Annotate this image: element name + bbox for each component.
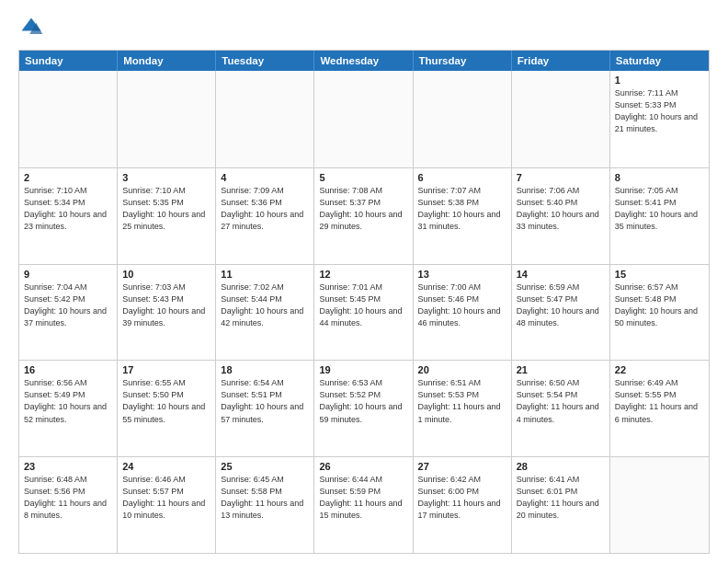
cell-date-number: 10 [122, 269, 210, 280]
cell-info-text: Sunrise: 6:41 AM Sunset: 6:01 PM Dayligh… [517, 474, 605, 522]
logo-icon [18, 15, 44, 40]
cell-date-number: 3 [122, 172, 210, 183]
calendar-cell: 28Sunrise: 6:41 AM Sunset: 6:01 PM Dayli… [512, 457, 610, 553]
weekday-header-saturday: Saturday [610, 51, 709, 71]
cell-date-number: 8 [615, 172, 704, 183]
calendar-cell [216, 71, 314, 167]
cell-date-number: 23 [24, 461, 112, 472]
cell-date-number: 1 [615, 75, 704, 86]
header [18, 15, 710, 40]
cell-date-number: 26 [319, 461, 407, 472]
cell-info-text: Sunrise: 7:00 AM Sunset: 5:46 PM Dayligh… [418, 282, 506, 329]
calendar-cell [314, 71, 413, 167]
cell-info-text: Sunrise: 6:44 AM Sunset: 5:59 PM Dayligh… [319, 474, 407, 522]
calendar-cell: 4Sunrise: 7:09 AM Sunset: 5:36 PM Daylig… [216, 168, 314, 264]
cell-info-text: Sunrise: 7:10 AM Sunset: 5:34 PM Dayligh… [24, 185, 112, 233]
cell-info-text: Sunrise: 6:48 AM Sunset: 5:56 PM Dayligh… [24, 474, 112, 522]
cell-info-text: Sunrise: 6:42 AM Sunset: 6:00 PM Dayligh… [418, 474, 506, 522]
calendar-cell: 2Sunrise: 7:10 AM Sunset: 5:34 PM Daylig… [19, 168, 118, 264]
cell-info-text: Sunrise: 6:56 AM Sunset: 5:49 PM Dayligh… [24, 377, 112, 425]
cell-info-text: Sunrise: 7:10 AM Sunset: 5:35 PM Dayligh… [122, 185, 210, 233]
calendar-cell: 8Sunrise: 7:05 AM Sunset: 5:41 PM Daylig… [610, 168, 709, 264]
cell-info-text: Sunrise: 6:57 AM Sunset: 5:48 PM Dayligh… [615, 282, 704, 329]
calendar-cell: 5Sunrise: 7:08 AM Sunset: 5:37 PM Daylig… [314, 168, 413, 264]
cell-info-text: Sunrise: 7:06 AM Sunset: 5:40 PM Dayligh… [517, 185, 605, 233]
calendar-cell: 16Sunrise: 6:56 AM Sunset: 5:49 PM Dayli… [19, 361, 118, 456]
cell-info-text: Sunrise: 7:02 AM Sunset: 5:44 PM Dayligh… [221, 282, 309, 329]
calendar-cell: 14Sunrise: 6:59 AM Sunset: 5:47 PM Dayli… [512, 265, 610, 361]
cell-date-number: 13 [418, 269, 506, 280]
calendar-cell: 23Sunrise: 6:48 AM Sunset: 5:56 PM Dayli… [19, 457, 118, 553]
calendar-cell [512, 71, 610, 167]
cell-date-number: 21 [517, 364, 605, 375]
calendar-cell: 17Sunrise: 6:55 AM Sunset: 5:50 PM Dayli… [118, 361, 216, 456]
calendar-cell [414, 71, 512, 167]
cell-date-number: 24 [122, 461, 210, 472]
cell-date-number: 18 [221, 364, 309, 375]
cell-date-number: 22 [615, 364, 704, 375]
cell-info-text: Sunrise: 7:11 AM Sunset: 5:33 PM Dayligh… [615, 87, 704, 135]
cell-info-text: Sunrise: 7:04 AM Sunset: 5:42 PM Dayligh… [24, 282, 112, 329]
cell-info-text: Sunrise: 6:50 AM Sunset: 5:54 PM Dayligh… [517, 377, 605, 425]
cell-info-text: Sunrise: 6:51 AM Sunset: 5:53 PM Dayligh… [418, 377, 506, 425]
cell-info-text: Sunrise: 7:08 AM Sunset: 5:37 PM Dayligh… [319, 185, 407, 233]
calendar-cell: 21Sunrise: 6:50 AM Sunset: 5:54 PM Dayli… [512, 361, 610, 456]
weekday-header-tuesday: Tuesday [216, 51, 314, 71]
cell-info-text: Sunrise: 7:05 AM Sunset: 5:41 PM Dayligh… [615, 185, 704, 233]
cell-date-number: 25 [221, 461, 309, 472]
page: SundayMondayTuesdayWednesdayThursdayFrid… [0, 0, 728, 563]
calendar-cell [118, 71, 216, 167]
calendar-week-4: 16Sunrise: 6:56 AM Sunset: 5:49 PM Dayli… [19, 360, 709, 456]
calendar-header-row: SundayMondayTuesdayWednesdayThursdayFrid… [19, 51, 709, 71]
weekday-header-monday: Monday [118, 51, 216, 71]
calendar-cell [19, 71, 118, 167]
weekday-header-wednesday: Wednesday [314, 51, 413, 71]
cell-date-number: 4 [221, 172, 309, 183]
calendar-cell: 10Sunrise: 7:03 AM Sunset: 5:43 PM Dayli… [118, 265, 216, 361]
calendar-cell: 25Sunrise: 6:45 AM Sunset: 5:58 PM Dayli… [216, 457, 314, 553]
cell-info-text: Sunrise: 7:03 AM Sunset: 5:43 PM Dayligh… [122, 282, 210, 329]
calendar-week-1: 1Sunrise: 7:11 AM Sunset: 5:33 PM Daylig… [19, 71, 709, 167]
cell-date-number: 19 [319, 364, 407, 375]
cell-info-text: Sunrise: 6:53 AM Sunset: 5:52 PM Dayligh… [319, 377, 407, 425]
cell-date-number: 16 [24, 364, 112, 375]
weekday-header-sunday: Sunday [19, 51, 118, 71]
calendar-cell: 15Sunrise: 6:57 AM Sunset: 5:48 PM Dayli… [610, 265, 709, 361]
calendar-body: 1Sunrise: 7:11 AM Sunset: 5:33 PM Daylig… [19, 71, 709, 553]
cell-date-number: 15 [615, 269, 704, 280]
cell-info-text: Sunrise: 6:45 AM Sunset: 5:58 PM Dayligh… [221, 474, 309, 522]
calendar-week-3: 9Sunrise: 7:04 AM Sunset: 5:42 PM Daylig… [19, 264, 709, 361]
weekday-header-friday: Friday [512, 51, 610, 71]
calendar-week-5: 23Sunrise: 6:48 AM Sunset: 5:56 PM Dayli… [19, 456, 709, 553]
cell-date-number: 6 [418, 172, 506, 183]
cell-info-text: Sunrise: 7:07 AM Sunset: 5:38 PM Dayligh… [418, 185, 506, 233]
cell-date-number: 27 [418, 461, 506, 472]
calendar-cell: 13Sunrise: 7:00 AM Sunset: 5:46 PM Dayli… [414, 265, 512, 361]
cell-date-number: 9 [24, 269, 112, 280]
calendar-cell: 6Sunrise: 7:07 AM Sunset: 5:38 PM Daylig… [414, 168, 512, 264]
calendar-cell: 12Sunrise: 7:01 AM Sunset: 5:45 PM Dayli… [314, 265, 413, 361]
cell-info-text: Sunrise: 6:54 AM Sunset: 5:51 PM Dayligh… [221, 377, 309, 425]
cell-date-number: 14 [517, 269, 605, 280]
cell-info-text: Sunrise: 6:59 AM Sunset: 5:47 PM Dayligh… [517, 282, 605, 329]
calendar-cell: 11Sunrise: 7:02 AM Sunset: 5:44 PM Dayli… [216, 265, 314, 361]
cell-date-number: 20 [418, 364, 506, 375]
cell-info-text: Sunrise: 7:09 AM Sunset: 5:36 PM Dayligh… [221, 185, 309, 233]
calendar-week-2: 2Sunrise: 7:10 AM Sunset: 5:34 PM Daylig… [19, 167, 709, 264]
cell-date-number: 17 [122, 364, 210, 375]
calendar-cell: 26Sunrise: 6:44 AM Sunset: 5:59 PM Dayli… [314, 457, 413, 553]
calendar: SundayMondayTuesdayWednesdayThursdayFrid… [18, 50, 710, 554]
weekday-header-thursday: Thursday [414, 51, 512, 71]
calendar-cell: 24Sunrise: 6:46 AM Sunset: 5:57 PM Dayli… [118, 457, 216, 553]
calendar-cell: 27Sunrise: 6:42 AM Sunset: 6:00 PM Dayli… [414, 457, 512, 553]
cell-date-number: 11 [221, 269, 309, 280]
calendar-cell: 7Sunrise: 7:06 AM Sunset: 5:40 PM Daylig… [512, 168, 610, 264]
cell-info-text: Sunrise: 6:49 AM Sunset: 5:55 PM Dayligh… [615, 377, 704, 425]
logo [18, 15, 48, 40]
calendar-cell: 22Sunrise: 6:49 AM Sunset: 5:55 PM Dayli… [610, 361, 709, 456]
calendar-cell: 20Sunrise: 6:51 AM Sunset: 5:53 PM Dayli… [414, 361, 512, 456]
cell-info-text: Sunrise: 7:01 AM Sunset: 5:45 PM Dayligh… [319, 282, 407, 329]
cell-info-text: Sunrise: 6:46 AM Sunset: 5:57 PM Dayligh… [122, 474, 210, 522]
cell-date-number: 12 [319, 269, 407, 280]
cell-date-number: 7 [517, 172, 605, 183]
